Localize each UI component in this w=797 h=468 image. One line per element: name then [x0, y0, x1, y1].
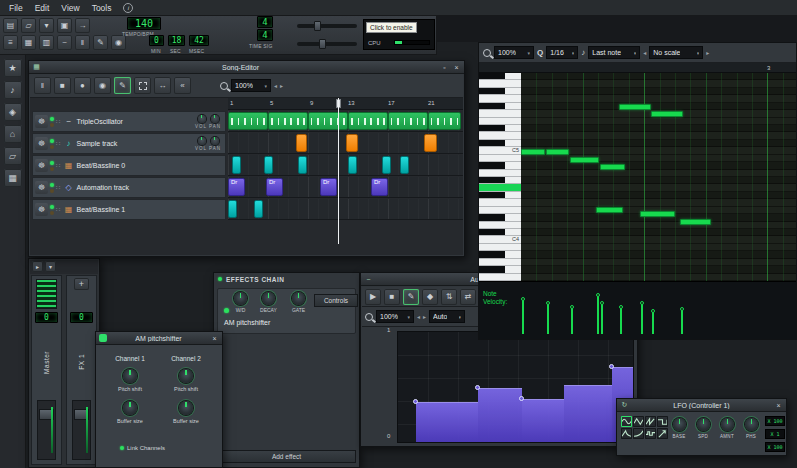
sample-clip[interactable] — [346, 134, 358, 152]
midi-note[interactable] — [680, 219, 711, 225]
square-wave-button[interactable] — [657, 416, 668, 427]
black-key[interactable] — [479, 125, 521, 132]
automation-step[interactable] — [416, 402, 478, 442]
master-pitch-slider[interactable] — [297, 42, 357, 46]
solo-led[interactable] — [50, 123, 54, 127]
piano-keyboard[interactable]: C5C4 — [479, 73, 521, 281]
multiplier-display[interactable]: X 100 — [765, 416, 785, 426]
samples-icon[interactable]: ♪ — [4, 81, 22, 99]
track-grip[interactable]: ∷ — [56, 162, 60, 170]
track-grip[interactable]: ∷ — [56, 184, 60, 192]
chain-enabled-led[interactable] — [218, 277, 222, 281]
white-key[interactable] — [479, 184, 521, 191]
minutes-display[interactable]: 0 — [149, 35, 164, 46]
spin-left-icon[interactable]: ◂ — [643, 49, 646, 56]
black-key[interactable] — [479, 73, 521, 80]
decay-knob[interactable] — [262, 292, 275, 305]
cpu-panel[interactable]: Click to enable CPU — [363, 19, 435, 50]
flip-vertical-button[interactable]: ⇅ — [441, 289, 457, 305]
root-folder-icon[interactable]: ▱ — [4, 147, 22, 165]
white-key[interactable] — [479, 118, 521, 125]
wd-knob[interactable] — [234, 292, 247, 305]
pattern-clip[interactable] — [428, 112, 461, 130]
black-key[interactable] — [479, 177, 521, 184]
effect-slot[interactable]: W/DDECAYGATE Controls AM pitchshifter — [217, 288, 356, 334]
black-key[interactable] — [479, 140, 521, 147]
bb-clip[interactable] — [298, 156, 307, 174]
zoom-select[interactable]: 100% ▾ — [494, 46, 534, 59]
automation-point[interactable] — [609, 364, 614, 369]
record-button[interactable]: ● — [74, 77, 91, 94]
instruments-icon[interactable]: ★ — [4, 59, 22, 77]
scale-select[interactable]: No scale ▾ — [649, 46, 703, 59]
spin-left-icon[interactable]: ◂ — [274, 82, 277, 89]
tempo-display[interactable]: 140 — [127, 17, 161, 30]
draw-mode-button[interactable]: ✎ — [403, 289, 419, 305]
mute-led[interactable] — [50, 161, 54, 165]
random-wave-button[interactable] — [645, 428, 656, 439]
black-key[interactable] — [479, 229, 521, 236]
solo-led[interactable] — [50, 145, 54, 149]
song-timeline[interactable]: 159131721 — [228, 98, 463, 110]
automation-clip[interactable]: Dr — [320, 178, 337, 196]
velocity-line[interactable] — [681, 310, 683, 334]
presets-icon[interactable]: ◈ — [4, 103, 22, 121]
pattern-clip[interactable] — [228, 112, 268, 130]
automation-step[interactable] — [564, 385, 612, 442]
phs-knob[interactable] — [745, 418, 758, 431]
pitch-shift-knob[interactable] — [179, 369, 193, 383]
track-lane[interactable] — [228, 133, 463, 154]
white-key[interactable]: C5 — [479, 147, 521, 154]
playhead-line[interactable] — [338, 98, 339, 244]
menu-file[interactable]: File — [3, 3, 29, 13]
menu-view[interactable]: View — [55, 3, 85, 13]
midi-note[interactable] — [570, 157, 599, 163]
pause-button[interactable]: ‖ — [34, 77, 51, 94]
zoom-select[interactable]: 100%▾ — [231, 79, 271, 92]
spd-knob[interactable] — [697, 418, 710, 431]
midi-note[interactable] — [640, 211, 675, 217]
pan-knob[interactable] — [211, 115, 219, 123]
saw-wave-button[interactable] — [645, 416, 656, 427]
sample-clip[interactable] — [296, 134, 307, 152]
close-button[interactable]: × — [452, 63, 461, 72]
track-leds[interactable] — [50, 117, 54, 127]
amnt-knob[interactable] — [721, 418, 734, 431]
white-key[interactable] — [479, 95, 521, 102]
volume-knob[interactable] — [198, 137, 206, 145]
bb-clip[interactable] — [254, 200, 263, 218]
automation-step[interactable] — [478, 388, 522, 442]
pattern-clip[interactable] — [268, 112, 308, 130]
black-key[interactable] — [479, 88, 521, 95]
track-header[interactable]: ☸∷~TripleOscillatorVOL PAN — [32, 111, 226, 132]
track-lane[interactable] — [228, 155, 463, 176]
solo-led[interactable] — [50, 211, 54, 215]
mute-led[interactable] — [50, 183, 54, 187]
bb-clip[interactable] — [400, 156, 409, 174]
bb-clip[interactable] — [228, 200, 237, 218]
spin-left-icon[interactable]: ◂ — [417, 313, 420, 320]
channel-lcd[interactable]: 0 — [35, 312, 58, 323]
automation-point[interactable] — [413, 399, 418, 404]
track-gear-icon[interactable]: ☸ — [35, 203, 48, 216]
midi-note[interactable] — [521, 149, 545, 155]
velocity-line[interactable] — [652, 312, 654, 334]
song-editor-icon[interactable]: ≡ — [3, 35, 18, 50]
velocity-line[interactable] — [597, 296, 599, 334]
record-accompany-button[interactable]: ◉ — [94, 77, 111, 94]
velocity-line[interactable] — [547, 304, 549, 334]
solo-led[interactable] — [50, 189, 54, 193]
automation-grid[interactable] — [397, 331, 634, 443]
note-grid[interactable] — [521, 73, 796, 281]
mute-led[interactable] — [50, 117, 54, 121]
mixer-channel[interactable]: 0Master — [31, 275, 62, 465]
mixer-toolbar-icon[interactable]: ▾ — [45, 261, 56, 272]
automation-clip[interactable]: Dr — [228, 178, 245, 196]
track-lane[interactable] — [228, 199, 463, 220]
black-key[interactable] — [479, 162, 521, 169]
white-key[interactable] — [479, 244, 521, 251]
multiplier-display[interactable]: X 1 — [765, 429, 785, 439]
close-button[interactable]: × — [210, 334, 219, 343]
slider-handle[interactable] — [319, 39, 326, 49]
quantize-select[interactable]: 1/16 ▾ — [546, 46, 578, 59]
